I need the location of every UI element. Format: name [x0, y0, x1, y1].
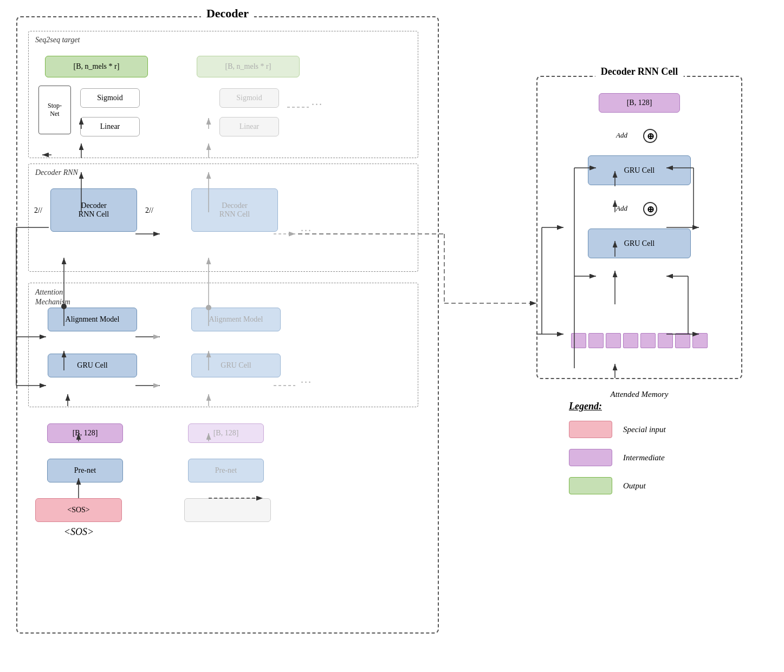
rnn-cell-panel: Decoder RNN Cell [B, 128] Add ⊕ GRU Cell…	[536, 76, 742, 379]
legend-swatch-output	[569, 477, 612, 494]
prenet-2: Pre-net	[188, 459, 264, 482]
ellipsis-gru: ···	[301, 376, 312, 389]
decoder-outer-box: Decoder Seq2seq target [B, n_mels * r] […	[16, 16, 439, 634]
two-label-1: 2//	[34, 206, 42, 215]
rnn-cell-panel-title: Decoder RNN Cell	[595, 66, 684, 77]
legend-item-special: Special input	[569, 421, 742, 438]
ellipsis-rnn: ···	[301, 225, 312, 237]
sos-label: <SOS>	[42, 526, 115, 538]
legend-title: Legend:	[569, 401, 742, 412]
decoder-title: Decoder	[201, 6, 254, 21]
legend-item-output: Output	[569, 477, 742, 494]
prenet-1: Pre-net	[47, 459, 123, 482]
b128-box-1: [B, 128]	[47, 423, 123, 443]
memory-grid	[571, 333, 708, 348]
gru-cell-decoder-2: GRU Cell	[191, 354, 281, 377]
legend-box: Legend: Special input Intermediate Outpu…	[569, 401, 742, 505]
decoder-rnn-label: Decoder RNN	[35, 168, 78, 177]
add-upper-circle: ⊕	[643, 129, 657, 143]
legend-swatch-special	[569, 421, 612, 438]
add-lower-label: Add	[616, 204, 627, 213]
decoder-rnn-cell-1: Decoder RNN Cell	[50, 188, 137, 232]
decoder-rnn-box: Decoder RNN Decoder RNN Cell Decoder RNN…	[28, 164, 418, 272]
ellipsis-output: ···	[312, 99, 323, 111]
seq2seq-label: Seq2seq target	[35, 36, 80, 44]
linear-box-1: Linear	[80, 117, 140, 136]
rnn-gru-lower: GRU Cell	[588, 229, 691, 258]
sigmoid-box-2: Sigmoid	[219, 88, 279, 108]
legend-label-special: Special input	[623, 425, 666, 434]
two-label-2: 2//	[145, 206, 153, 215]
attention-label: Attention Mechanism	[35, 288, 70, 307]
add-upper-label: Add	[616, 131, 627, 140]
linear-box-2: Linear	[219, 117, 279, 136]
legend-label-output: Output	[623, 481, 646, 491]
attention-box: Attention Mechanism Alignment Model Alig…	[28, 283, 418, 407]
add-lower-circle: ⊕	[643, 202, 657, 216]
second-input-box	[184, 498, 271, 522]
b128-box-2: [B, 128]	[188, 423, 264, 443]
output-box-2: [B, n_mels * r]	[197, 56, 300, 77]
attended-memory-label: Attended Memory	[558, 390, 721, 399]
sos-box: <SOS>	[35, 498, 122, 522]
output-box-1: [B, n_mels * r]	[45, 56, 148, 77]
rnn-gru-upper: GRU Cell	[588, 155, 691, 185]
main-container: Decoder Seq2seq target [B, n_mels * r] […	[0, 0, 784, 672]
gru-cell-decoder-1: GRU Cell	[48, 354, 137, 377]
alignment-model-2: Alignment Model	[191, 308, 281, 331]
legend-swatch-intermediate	[569, 449, 612, 466]
stop-net-box: Stop- Net	[38, 86, 71, 134]
sigmoid-box-1: Sigmoid	[80, 88, 140, 108]
decoder-rnn-cell-2: Decoder RNN Cell	[191, 188, 278, 232]
legend-label-intermediate: Intermediate	[623, 453, 665, 462]
seq2seq-box: Seq2seq target [B, n_mels * r] [B, n_mel…	[28, 31, 418, 158]
legend-item-intermediate: Intermediate	[569, 449, 742, 466]
alignment-model-1: Alignment Model	[48, 308, 137, 331]
rnn-b128-box: [B, 128]	[599, 93, 680, 113]
